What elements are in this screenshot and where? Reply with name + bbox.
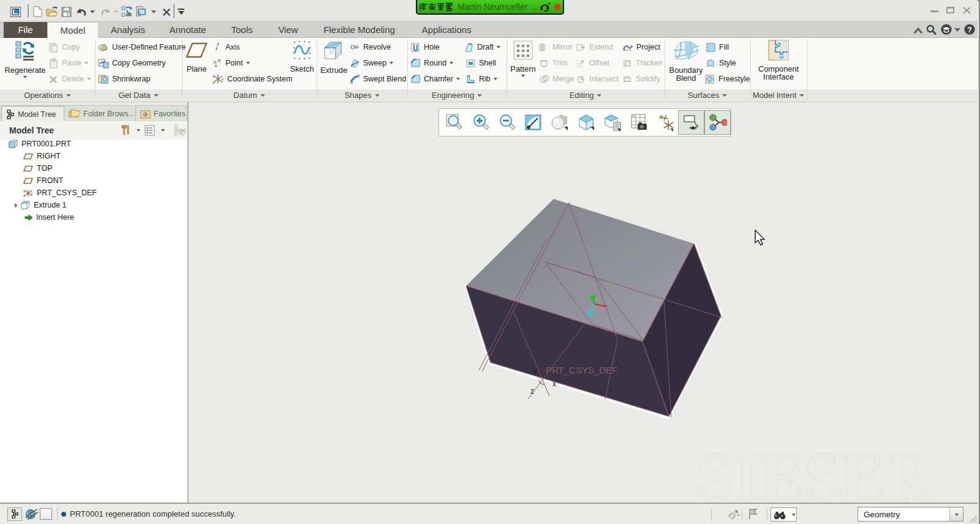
svg-text:z: z xyxy=(23,194,25,197)
svg-text:x: x xyxy=(222,77,224,81)
svg-text:PRT_CSYS_DEF: PRT_CSYS_DEF xyxy=(546,365,617,375)
svg-text:x: x xyxy=(552,380,556,388)
svg-text:z: z xyxy=(213,81,214,84)
svg-text:?: ? xyxy=(967,25,972,34)
svg-text:y: y xyxy=(213,74,214,78)
svg-text:y: y xyxy=(23,189,25,193)
svg-text:x: x xyxy=(31,192,33,195)
svg-text:y: y xyxy=(533,366,537,375)
svg-text:z: z xyxy=(530,387,534,395)
